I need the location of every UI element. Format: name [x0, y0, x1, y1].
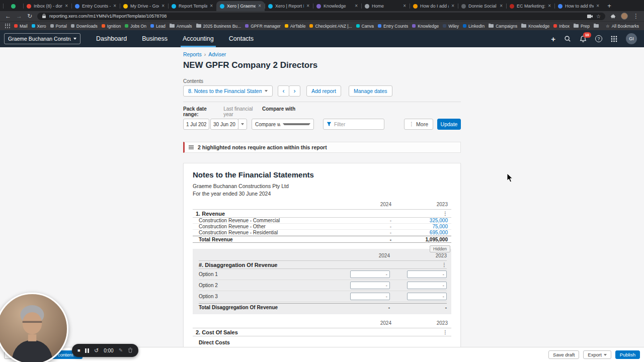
breadcrumb-reports-link[interactable]: Reports [183, 51, 202, 57]
apps-grid-icon[interactable] [611, 36, 617, 42]
next-report-button[interactable]: › [289, 85, 300, 97]
bookmark-folder[interactable]: Prep [574, 24, 590, 29]
more-button[interactable]: ⋮ More [404, 119, 433, 130]
bookmark-item[interactable]: Knowledge [412, 24, 439, 29]
bookmark-item[interactable]: Xero [32, 24, 46, 29]
bookmark-item[interactable]: LinkedIn [463, 24, 485, 29]
row-value-2023[interactable]: 325,000 [391, 218, 448, 223]
save-draft-button[interactable]: Save draft [548, 350, 579, 359]
browser-tab-active[interactable]: Xero | Graeme Bu... × [216, 1, 265, 11]
tab-close-icon[interactable]: × [403, 4, 406, 9]
user-avatar[interactable]: GI [626, 33, 637, 44]
browser-tab[interactable]: Report Templates - X... × [168, 1, 216, 11]
manage-dates-button[interactable]: Manage dates [349, 85, 392, 97]
date-from-input[interactable] [183, 119, 209, 130]
bookmark-folder[interactable]: Knowledge [521, 24, 549, 29]
option-value-input-2024[interactable] [350, 282, 390, 289]
bookmark-item[interactable]: AirTable [285, 24, 306, 29]
nav-accounting[interactable]: Accounting [175, 30, 221, 47]
tab-close-icon[interactable]: × [258, 4, 261, 9]
tab-close-icon[interactable]: × [355, 4, 358, 9]
tab-close-icon[interactable]: × [500, 4, 503, 9]
bookmark-item[interactable]: Wiley [443, 24, 459, 29]
draw-tool-button[interactable]: ✎ [119, 348, 123, 353]
browser-tab[interactable]: How to add the Xero... × [554, 1, 603, 11]
bookmark-item[interactable]: Jobs On [125, 24, 146, 29]
date-to-input[interactable] [210, 119, 238, 130]
publish-button[interactable]: Publish [615, 350, 640, 359]
back-icon[interactable]: ← [5, 13, 11, 19]
bookmark-item[interactable]: Lead [150, 24, 166, 29]
nav-dashboard[interactable]: Dashboard [89, 30, 134, 47]
prev-report-button[interactable]: ‹ [278, 85, 289, 97]
tab-close-icon[interactable]: × [65, 4, 68, 9]
option-value-input-2023[interactable] [407, 270, 447, 278]
pause-recording-button[interactable] [85, 348, 89, 353]
browser-profile-avatar[interactable] [621, 13, 628, 20]
address-bar[interactable]: reporting.xero.com/!m1YMN/v1/ReportTempl… [37, 13, 605, 20]
date-range-dropdown-button[interactable] [238, 119, 247, 130]
bookmark-item[interactable]: Entry Counts [378, 24, 408, 29]
row-value-2023[interactable]: 695,000 [391, 230, 448, 235]
tab-close-icon[interactable]: × [596, 4, 599, 9]
section-menu-kebab-icon[interactable]: ⋮ [442, 262, 447, 267]
contents-dropdown[interactable]: 8. Notes to the Financial Statements [183, 85, 273, 97]
tab-close-icon[interactable]: × [210, 4, 213, 9]
browser-tab[interactable]: Xero | Report Fields... × [265, 1, 313, 11]
filter-box[interactable] [323, 119, 384, 130]
tab-close-icon[interactable]: × [162, 4, 165, 9]
nav-contacts[interactable]: Contacts [221, 30, 261, 47]
tab-close-icon[interactable]: × [113, 4, 116, 9]
tab-close-icon[interactable]: × [451, 4, 454, 9]
notifications-bell-icon[interactable]: 10 [580, 35, 587, 43]
filter-input[interactable] [334, 122, 374, 127]
bookmark-item[interactable]: Inbox [553, 24, 570, 29]
search-icon[interactable] [564, 35, 571, 42]
browser-tab[interactable]: My Drive - Google Dr... × [120, 1, 168, 11]
site-info-lock-icon[interactable] [42, 14, 46, 19]
all-bookmarks-button[interactable]: ☆ All Bookmarks [606, 24, 639, 29]
restart-recording-button[interactable]: ↺ [94, 348, 99, 353]
bookmark-star-icon[interactable]: ☆ [596, 14, 601, 19]
bookmark-folder[interactable]: Campaigns [489, 24, 517, 29]
new-tab-button[interactable]: + [605, 1, 614, 10]
delete-recording-button[interactable] [128, 347, 133, 354]
add-report-button[interactable]: Add report [306, 85, 341, 97]
org-selector[interactable]: Graeme Buchanan Constructions... [4, 33, 80, 44]
tab-close-icon[interactable]: × [548, 4, 551, 9]
tab-close-icon[interactable]: × [306, 4, 309, 9]
bookmark-item[interactable]: Downloads [71, 24, 98, 29]
url-text[interactable]: reporting.xero.com/!m1YMN/v1/ReportTempl… [49, 14, 584, 19]
browser-tab[interactable]: Entry Counts - Calen... × [71, 1, 120, 11]
apps-grid-icon[interactable] [5, 24, 10, 29]
section-menu-kebab-icon[interactable]: ⋮ [443, 211, 448, 216]
browser-tab[interactable]: How do I add a discl... × [410, 1, 458, 11]
help-icon[interactable]: ? [595, 35, 602, 42]
bookmark-item[interactable]: Canva [356, 24, 374, 29]
quick-add-icon[interactable]: + [551, 35, 555, 43]
bookmark-item[interactable]: Checkpoint ANZ |... [309, 24, 352, 29]
bookmark-folder[interactable]: System [594, 24, 601, 29]
extensions-puzzle-icon[interactable] [610, 14, 616, 19]
browser-tab[interactable]: Inbox (8) - donniele... × [23, 1, 71, 11]
bookmark-item[interactable]: Portal [50, 24, 67, 29]
option-value-input-2023[interactable] [407, 282, 447, 289]
browser-tab[interactable]: Knowledge × [313, 1, 361, 11]
option-value-input-2024[interactable] [350, 270, 390, 278]
forward-icon[interactable]: → [16, 13, 22, 19]
bookmark-folder[interactable]: 2025 Business Bu... [196, 24, 242, 29]
row-value-2023[interactable]: 75,000 [391, 224, 448, 229]
nav-business[interactable]: Business [134, 30, 175, 47]
option-value-input-2024[interactable] [350, 293, 390, 300]
browser-tab[interactable]: EC Marketing: Donni... × [506, 1, 554, 11]
bookmark-folder[interactable]: Annuals [170, 24, 192, 29]
breadcrumb-adviser-link[interactable]: Adviser [208, 51, 226, 57]
browser-tab[interactable]: Donnie Social Media... × [458, 1, 506, 11]
section-menu-kebab-icon[interactable]: ⋮ [443, 330, 448, 335]
browser-tab[interactable] [3, 1, 23, 11]
export-dropdown-button[interactable]: Export [583, 350, 611, 359]
option-value-input-2023[interactable] [407, 293, 447, 300]
bookmark-item[interactable]: GPFR manager [245, 24, 281, 29]
browser-tab[interactable]: Home × [361, 1, 410, 11]
compare-with-select[interactable]: Compare with 1 year [252, 119, 314, 130]
